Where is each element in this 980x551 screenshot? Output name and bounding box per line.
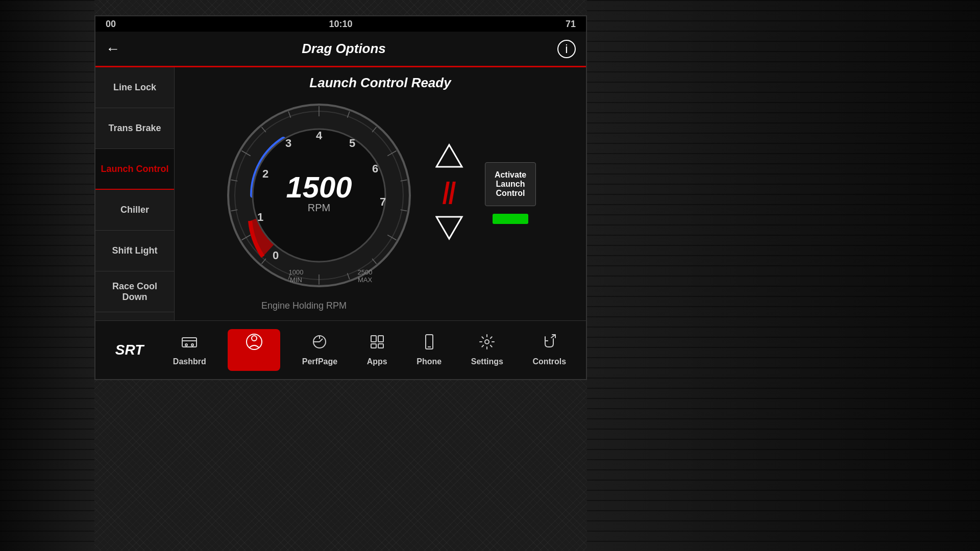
status-right: 71	[566, 19, 576, 30]
status-left: 00	[106, 19, 116, 30]
nav-phone[interactable]: Phone	[409, 330, 449, 370]
info-button[interactable]: i	[557, 40, 576, 58]
sidebar-item-launch-control[interactable]: Launch Control	[95, 149, 174, 190]
status-time: 10:10	[329, 19, 352, 30]
nav-controls[interactable]: Controls	[525, 330, 574, 370]
back-button[interactable]: ←	[106, 41, 120, 57]
sidebar-item-race-cool-down[interactable]: Race Cool Down	[95, 271, 174, 312]
rpm-display: 1500 RPM	[286, 172, 352, 214]
svg-text:2500: 2500	[358, 268, 373, 276]
nav-dashbrd[interactable]: Dashbrd	[165, 330, 214, 370]
svg-rect-47	[371, 344, 376, 348]
svg-text:2: 2	[262, 167, 268, 180]
svg-rect-35	[182, 338, 197, 347]
rpm-up-button[interactable]	[435, 142, 463, 172]
svg-point-39	[247, 334, 262, 349]
nav-perf-page[interactable]: PerfPage	[295, 330, 345, 370]
svg-rect-46	[378, 336, 383, 342]
phone-icon	[421, 334, 437, 354]
svg-text:4: 4	[316, 129, 323, 142]
svg-rect-45	[371, 336, 376, 342]
svg-text:3: 3	[285, 137, 291, 149]
apps-label: Apps	[367, 357, 387, 366]
right-vent	[587, 0, 980, 551]
sidebar-item-chiller[interactable]: Chiller	[95, 190, 174, 231]
settings-label: Settings	[471, 357, 503, 366]
drv-mode-label: Drv Mode	[235, 358, 273, 367]
svg-text:6: 6	[372, 162, 378, 175]
svg-point-38	[191, 344, 193, 346]
svg-rect-48	[378, 344, 383, 348]
header: ← Drag Options i	[95, 32, 586, 67]
svg-line-43	[320, 339, 323, 342]
svg-text:0: 0	[273, 249, 279, 262]
svg-text:1: 1	[257, 211, 263, 223]
activate-section: ActivateLaunchControl	[482, 162, 538, 224]
left-vent	[0, 0, 94, 551]
tachometer: 4 5 6 7 3 2 1 0 1000 MIN 2500 MAX	[222, 98, 416, 292]
rpm-indicator	[439, 180, 459, 206]
settings-icon	[479, 334, 495, 354]
controls-label: Controls	[532, 357, 566, 366]
perf-page-icon	[311, 334, 328, 354]
svg-text:5: 5	[349, 137, 355, 149]
nav-drv-mode[interactable]: Drv Mode	[228, 329, 280, 371]
svg-point-52	[485, 340, 489, 344]
content-area: Launch Control Ready	[175, 67, 586, 320]
perf-page-label: PerfPage	[302, 357, 337, 366]
main-content: Line Lock Trans Brake Launch Control Chi…	[95, 67, 586, 320]
dashbrd-icon	[181, 334, 198, 354]
svg-point-40	[252, 336, 257, 341]
svg-text:MIN: MIN	[290, 276, 302, 284]
status-bar: 00 10:10 71	[95, 16, 586, 32]
svg-marker-34	[436, 217, 462, 239]
right-controls	[421, 142, 477, 243]
phone-label: Phone	[416, 357, 442, 366]
launch-status: Launch Control Ready	[309, 75, 451, 91]
svg-text:MAX: MAX	[358, 276, 373, 284]
drv-mode-icon	[246, 333, 263, 355]
activate-launch-button[interactable]: ActivateLaunchControl	[485, 162, 536, 206]
controls-icon	[541, 334, 557, 354]
main-screen: 00 10:10 71 ← Drag Options i Line Lock T…	[94, 15, 587, 380]
status-indicator-green	[493, 214, 528, 224]
dashbrd-label: Dashbrd	[173, 357, 206, 366]
sidebar: Line Lock Trans Brake Launch Control Chi…	[95, 67, 175, 320]
nav-apps[interactable]: Apps	[359, 330, 395, 370]
svg-point-37	[185, 344, 187, 346]
srt-logo: SRT	[108, 338, 152, 362]
rpm-label: RPM	[286, 202, 352, 214]
nav-settings[interactable]: Settings	[463, 330, 511, 370]
bottom-nav: SRT Dashbrd Drv Mode	[95, 320, 586, 379]
engine-status: Engine Holding RPM	[261, 299, 347, 313]
sidebar-item-line-lock[interactable]: Line Lock	[95, 67, 174, 108]
sidebar-item-shift-light[interactable]: Shift Light	[95, 231, 174, 271]
svg-text:1000: 1000	[289, 268, 304, 276]
svg-marker-33	[436, 145, 462, 167]
sidebar-item-trans-brake[interactable]: Trans Brake	[95, 108, 174, 149]
rpm-value: 1500	[286, 172, 352, 202]
page-title: Drag Options	[130, 41, 557, 57]
svg-text:7: 7	[380, 195, 386, 208]
rpm-down-button[interactable]	[435, 213, 463, 243]
apps-icon	[369, 334, 385, 354]
